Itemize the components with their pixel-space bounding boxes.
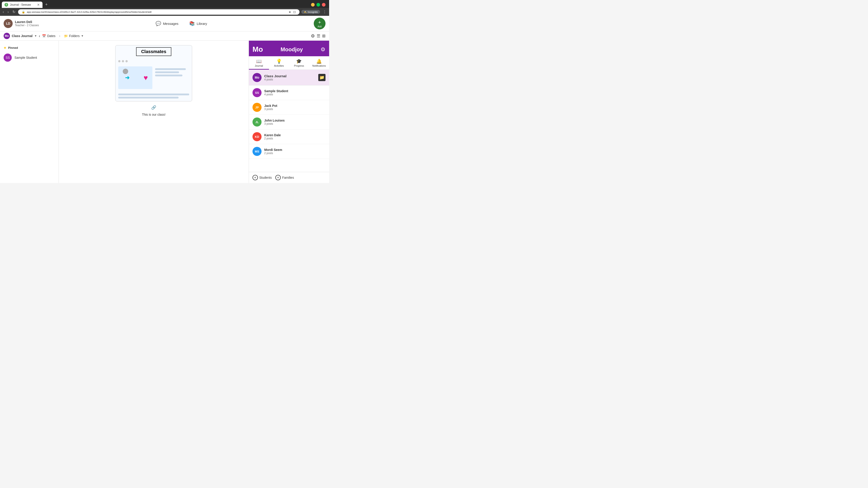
class-name: Class Journal (12, 34, 33, 38)
right-panel-header: Mo Moodjoy ⚙ (249, 41, 329, 56)
journal-tab-label: Journal (255, 64, 263, 67)
tab-title: Journal - Seesaw (10, 3, 35, 6)
url-text: app.seesaw.me/#/class/class.e01bf4c2-9a2… (27, 11, 287, 13)
center-content: Classmates ➜ ♥ (59, 41, 249, 183)
settings-icon[interactable]: ⚙ (320, 46, 326, 53)
address-icons: ★ ⊡ (288, 10, 296, 14)
panel-student-info-4: Mordi Seem 2 posts (264, 148, 282, 155)
class-selector[interactable]: Mo Class Journal ▼ (4, 33, 37, 39)
address-bar[interactable]: 🔒 app.seesaw.me/#/class/class.e01bf4c2-9… (18, 9, 300, 15)
refresh-button[interactable]: ↻ (11, 9, 16, 15)
panel-username: Moodjoy (263, 46, 320, 53)
calendar-icon: 📅 (42, 34, 46, 38)
card-dots (116, 58, 192, 64)
card-footer (116, 92, 192, 101)
panel-student-4[interactable]: MS Mordi Seem 2 posts (249, 144, 329, 159)
library-icon: 📚 (189, 21, 195, 26)
add-button[interactable]: + Add (314, 18, 326, 29)
panel-student-name-2: John Louises (264, 119, 285, 122)
right-panel: Mo Moodjoy ⚙ 📖 Journal 💡 Activities 🎓 Pr… (249, 41, 329, 183)
class-journal-entry[interactable]: Mo Class Journal 4 posts 📁 (249, 70, 329, 86)
grid-view-button[interactable]: ⊞ (322, 33, 326, 38)
panel-student-info-0: Sample Student 4 posts (264, 89, 288, 96)
card-line-3 (155, 74, 182, 76)
tab-bar: S Journal - Seesaw ✕ + (0, 0, 329, 8)
active-tab[interactable]: S Journal - Seesaw ✕ (2, 2, 42, 8)
panel-student-name-4: Mordi Seem (264, 148, 282, 152)
activities-tab-label: Activities (274, 64, 284, 67)
panel-student-info-3: Karen Dale 2 posts (264, 133, 281, 140)
tab-close-button[interactable]: ✕ (37, 3, 40, 6)
new-tab-button[interactable]: + (43, 1, 50, 8)
students-button[interactable]: + Students (252, 175, 272, 180)
nav-links: 💬 Messages 📚 Library (53, 20, 310, 28)
families-label: Families (282, 176, 294, 180)
class-abbr: Mo (4, 33, 10, 39)
star-icon: ★ (4, 46, 6, 50)
card-content: ➜ ♥ (116, 64, 192, 92)
heart-icon: ♥ (144, 74, 148, 82)
student-sidebar: ★ Pinned SS Sample Student (0, 41, 59, 183)
panel-student-3[interactable]: KD Karen Dale 2 posts (249, 129, 329, 144)
panel-student-avatar-2: JL (252, 118, 261, 127)
library-label: Library (197, 22, 207, 26)
navbar: LD Lauren Deli Teacher - 2 Classes 💬 Mes… (0, 16, 329, 31)
forward-button[interactable]: › (6, 9, 9, 15)
dot-3 (125, 60, 128, 62)
panel-user-row: Mo Moodjoy ⚙ (252, 45, 326, 56)
user-info: LD Lauren Deli Teacher - 2 Classes (4, 19, 49, 28)
back-button[interactable]: ‹ (2, 9, 5, 15)
panel-student-posts-3: 2 posts (264, 137, 281, 140)
panel-bottom: + Students + Families (249, 172, 329, 183)
classmates-card: Classmates ➜ ♥ (115, 45, 192, 101)
tab-journal[interactable]: 📖 Journal (249, 56, 269, 70)
tab-progress[interactable]: 🎓 Progress (289, 56, 309, 70)
panel-student-2[interactable]: JL John Louises 3 posts (249, 115, 329, 129)
folders-button[interactable]: 📁 Folders ▼ (64, 34, 84, 38)
caption: This is our class! (142, 113, 165, 116)
panel-scroll: Mo Class Journal 4 posts 📁 SS Sample Stu… (249, 70, 329, 172)
incognito-badge: 🕵 Incognito (301, 10, 320, 14)
arrow-icon: ➜ (125, 74, 129, 81)
maximize-button[interactable] (316, 3, 320, 6)
journal-mo-avatar: Mo (252, 73, 261, 82)
student-name: Sample Student (14, 56, 37, 59)
panel-tabs: 📖 Journal 💡 Activities 🎓 Progress 🔔 Noti… (249, 56, 329, 70)
journal-info: Class Journal 4 posts (264, 74, 318, 81)
messages-icon: 💬 (156, 21, 161, 26)
tab-favicon: S (4, 3, 8, 6)
class-bar: Mo Class Journal ▼ ‹ 📅 Dates › 📁 Folders… (0, 31, 329, 41)
families-button[interactable]: + Families (275, 175, 294, 180)
tab-notifications[interactable]: 🔔 Notifications (309, 56, 329, 70)
link-icon[interactable]: 🔗 (151, 105, 156, 110)
minimize-button[interactable] (311, 3, 315, 6)
add-label: Add (318, 25, 322, 28)
user-role: Teacher - 2 Classes (15, 24, 39, 27)
menu-button[interactable]: ⋮ (322, 9, 327, 15)
pinned-label: Pinned (8, 46, 18, 50)
filter-button[interactable]: ⚙ (311, 33, 315, 39)
journal-tab-icon: 📖 (256, 59, 262, 64)
dates-button[interactable]: 📅 Dates (42, 34, 56, 38)
window-controls (311, 3, 327, 6)
close-button[interactable] (322, 3, 326, 6)
panel-student-posts-4: 2 posts (264, 152, 282, 155)
pinned-section: ★ Pinned (0, 44, 59, 51)
panel-student-avatar-1: JP (252, 103, 261, 112)
students-label: Students (259, 176, 272, 180)
panel-student-0[interactable]: SS Sample Student 4 posts (249, 86, 329, 100)
messages-label: Messages (163, 22, 178, 26)
prev-arrow-button[interactable]: ‹ (39, 34, 40, 38)
activities-tab-icon: 💡 (276, 59, 282, 64)
list-view-button[interactable]: ☰ (317, 33, 320, 38)
user-name: Lauren Deli (15, 20, 39, 24)
tab-activities[interactable]: 💡 Activities (269, 56, 289, 70)
panel-student-info-2: John Louises 3 posts (264, 119, 285, 125)
student-item[interactable]: SS Sample Student (0, 51, 59, 64)
messages-link[interactable]: 💬 Messages (153, 20, 181, 28)
student-avatar: SS (4, 54, 12, 62)
panel-student-1[interactable]: JP Jack Pot 3 posts (249, 100, 329, 115)
panel-student-posts-2: 3 posts (264, 122, 285, 125)
dates-label: Dates (47, 34, 56, 38)
library-link[interactable]: 📚 Library (186, 20, 210, 28)
